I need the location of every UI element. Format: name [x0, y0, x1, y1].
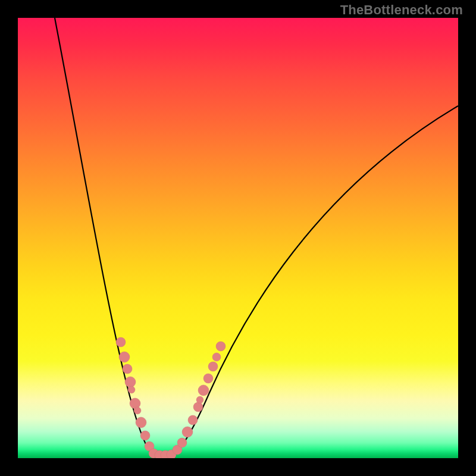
- data-point: [196, 396, 203, 403]
- data-point: [216, 342, 226, 351]
- watermark-text: TheBottleneck.com: [340, 2, 463, 18]
- plot-area: [18, 18, 458, 458]
- data-point: [128, 386, 135, 393]
- data-point: [182, 427, 193, 437]
- chart-svg: [18, 18, 458, 458]
- data-point: [119, 352, 130, 362]
- bottleneck-curve: [55, 18, 458, 455]
- data-point: [212, 353, 221, 361]
- scatter-group: [116, 337, 226, 458]
- data-point: [140, 431, 150, 440]
- data-point: [123, 364, 132, 374]
- data-point: [188, 415, 198, 425]
- data-point: [208, 362, 218, 371]
- data-point: [203, 374, 213, 383]
- data-point: [125, 377, 136, 387]
- data-point: [116, 337, 126, 347]
- data-point: [193, 402, 203, 412]
- data-point: [177, 438, 187, 447]
- data-point: [136, 417, 146, 428]
- chart-frame: TheBottleneck.com: [0, 0, 476, 476]
- data-point: [134, 407, 141, 414]
- data-point: [198, 385, 209, 396]
